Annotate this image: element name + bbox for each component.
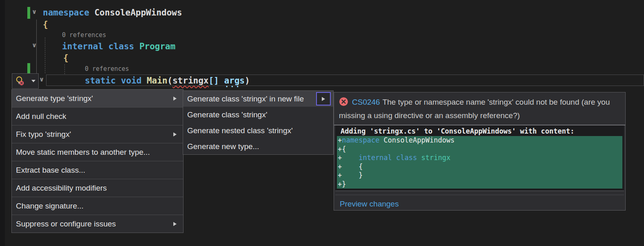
code-token-text: ) bbox=[245, 76, 250, 86]
line-namespace: namespace ConsoleAppWindows bbox=[43, 7, 182, 18]
diff-added-block: +namespace ConsoleAppWindows+{+ internal… bbox=[337, 136, 622, 189]
lightbulb-error-icon bbox=[15, 76, 25, 86]
adding-file-line: Adding 'stringx.cs' to 'ConsoleAppWindow… bbox=[337, 127, 622, 136]
quick-actions-menu: Generate type 'stringx'Add null checkFix… bbox=[11, 89, 184, 233]
line-class-program: internal class Program bbox=[62, 41, 175, 52]
code-token-brace: { bbox=[63, 53, 69, 63]
diff-added-line: + { bbox=[337, 163, 622, 171]
diagnostic-header: CS0246The type or namespace name 'string… bbox=[334, 92, 625, 125]
diff-added-line: +namespace ConsoleAppWindows bbox=[337, 136, 622, 145]
diff-added-line: + } bbox=[337, 171, 622, 180]
diff-added-line: +} bbox=[337, 180, 622, 189]
menu-item-move-static-members[interactable]: Move static members to another type... bbox=[12, 143, 183, 161]
menu-item-label: Add accessibility modifiers bbox=[16, 184, 179, 193]
code-token-text: + { bbox=[338, 163, 363, 171]
menu-item-label: Add null check bbox=[16, 112, 179, 121]
code-token-err: stringx bbox=[173, 76, 209, 86]
code-token-text: + } bbox=[338, 171, 363, 179]
code-token-text: + bbox=[338, 136, 342, 144]
preview-flyout-button[interactable] bbox=[316, 92, 331, 105]
menu-item-generate-type[interactable]: Generate type 'stringx' bbox=[12, 90, 183, 107]
change-preview: Adding 'stringx.cs' to 'ConsoleAppWindow… bbox=[335, 125, 624, 191]
code-token-lens: 0 references bbox=[85, 65, 129, 72]
code-token-lens: 0 references bbox=[62, 31, 106, 39]
menu-item-label: Suppress or configure issues bbox=[16, 220, 173, 228]
code-token-brace: { bbox=[43, 20, 48, 29]
change-bar bbox=[27, 7, 30, 19]
fix-preview-panel: CS0246The type or namespace name 'string… bbox=[334, 92, 626, 211]
code-token-kw: internal class bbox=[359, 154, 421, 162]
generate-type-submenu: Generate class 'stringx' in new fileGene… bbox=[183, 90, 334, 155]
menu-item-label: Generate class 'stringx' in new file bbox=[187, 94, 316, 103]
collapse-chevron-icon[interactable]: ∨ bbox=[32, 42, 37, 48]
diff-added-line: + internal class stringx bbox=[337, 154, 622, 163]
submenu-arrow-icon bbox=[173, 97, 177, 101]
codelens-program[interactable]: 0 references bbox=[62, 31, 106, 39]
code-token-text: ConsoleAppWindows bbox=[379, 136, 454, 144]
menu-item-add-accessibility-modifiers[interactable]: Add accessibility modifiers bbox=[12, 179, 183, 197]
line-class-open-brace: { bbox=[63, 52, 69, 64]
menu-item-label: Generate new type... bbox=[187, 142, 329, 151]
submenu-item-generate-nested-class[interactable]: Generate nested class 'stringx' bbox=[183, 123, 333, 138]
code-token-text: ConsoleAppWindows bbox=[94, 8, 182, 18]
preview-changes-link[interactable]: Preview changes bbox=[340, 200, 399, 208]
code-token-text: +} bbox=[338, 180, 346, 188]
code-token-kw: static void bbox=[85, 76, 147, 86]
submenu-item-generate-class-in-new-file[interactable]: Generate class 'stringx' in new file bbox=[183, 91, 333, 107]
quick-actions-lightbulb-button[interactable] bbox=[12, 73, 39, 89]
menu-item-fix-typo[interactable]: Fix typo 'stringx' bbox=[12, 125, 183, 143]
menu-item-add-null-check[interactable]: Add null check bbox=[12, 107, 183, 125]
codelens-main[interactable]: 0 references bbox=[85, 65, 129, 73]
suggestion-dots: ... bbox=[225, 81, 241, 89]
line-namespace-open-brace: { bbox=[43, 19, 48, 30]
error-icon bbox=[339, 97, 348, 110]
menu-item-label: Move static members to another type... bbox=[16, 148, 179, 157]
submenu-item-generate-new-type[interactable]: Generate new type... bbox=[183, 138, 333, 154]
menu-item-label: Extract base class... bbox=[16, 166, 179, 175]
code-token-method: Main bbox=[147, 76, 168, 86]
diff-added-line: +{ bbox=[337, 145, 622, 154]
panel-footer: Preview changes bbox=[335, 195, 624, 211]
code-token-kw: namespace bbox=[43, 8, 94, 18]
menu-item-label: Generate type 'stringx' bbox=[16, 94, 173, 103]
code-token-text: ( bbox=[167, 76, 173, 86]
code-token-param: [] bbox=[208, 76, 219, 86]
menu-item-change-signature[interactable]: Change signature... bbox=[12, 197, 183, 215]
menu-item-label: Fix typo 'stringx' bbox=[16, 130, 173, 139]
menu-item-suppress-or-configure-issues[interactable]: Suppress or configure issues bbox=[12, 215, 183, 233]
menu-item-label: Generate class 'stringx' bbox=[187, 110, 329, 119]
menu-item-label: Generate nested class 'stringx' bbox=[187, 126, 329, 135]
submenu-arrow-icon bbox=[173, 222, 177, 226]
code-token-kw: namespace bbox=[342, 136, 379, 144]
collapse-chevron-icon[interactable]: ∨ bbox=[39, 77, 44, 83]
indent-guide-line bbox=[64, 64, 65, 74]
code-token-text bbox=[219, 76, 224, 86]
error-code: CS0246 bbox=[352, 98, 380, 106]
submenu-arrow-icon bbox=[173, 132, 177, 136]
code-token-text: + bbox=[338, 154, 359, 162]
flyout-arrow-icon bbox=[322, 97, 325, 101]
code-token-text: +{ bbox=[338, 145, 346, 153]
visual-studio-editor-window: ∨ ∨ ∨ namespace ConsoleAppWindows{0 refe… bbox=[0, 0, 644, 246]
code-token-kw: internal class bbox=[62, 42, 139, 51]
indent-guide-line bbox=[45, 37, 45, 73]
code-token-type: Program bbox=[139, 42, 176, 51]
menu-item-label: Change signature... bbox=[16, 202, 179, 211]
collapse-chevron-icon[interactable]: ∨ bbox=[32, 9, 37, 15]
submenu-item-generate-class[interactable]: Generate class 'stringx' bbox=[183, 107, 333, 123]
code-token-type: stringx bbox=[421, 154, 451, 162]
menu-item-extract-base-class[interactable]: Extract base class... bbox=[12, 161, 183, 179]
lightbulb-dropdown-arrow-icon[interactable] bbox=[31, 80, 35, 82]
